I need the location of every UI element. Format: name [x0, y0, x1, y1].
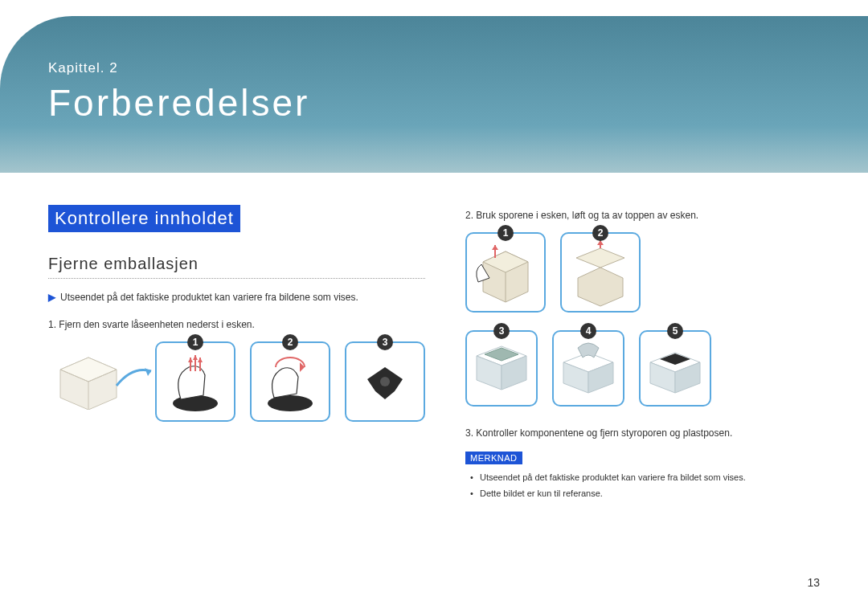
lift-lid-icon: [562, 234, 639, 311]
note-text: Utseendet på det faktiske produktet kan …: [60, 292, 358, 303]
svg-point-12: [380, 377, 390, 386]
svg-marker-9: [198, 358, 203, 362]
box-illustration: [48, 341, 141, 418]
step-1-frame-2: 2: [250, 341, 330, 422]
step-2-frame-2: 2: [560, 232, 641, 313]
hand-lock-icon: [157, 343, 234, 420]
sub-heading: Fjerne emballasjen: [48, 255, 425, 273]
step-1-frame-1: 1: [155, 341, 235, 422]
hand-rotate-icon: [252, 343, 329, 420]
badge-r3: 3: [493, 323, 510, 339]
unwrap-icon: [554, 332, 623, 405]
step-1-frame-3: 3: [345, 341, 425, 422]
merknad-item: Utseendet på det faktiske produktet kan …: [480, 472, 820, 482]
right-column: 2. Bruk sporene i esken, løft og ta av t…: [465, 205, 820, 505]
step-1-figures: 1 2: [48, 341, 425, 422]
badge-1: 1: [187, 334, 203, 350]
svg-marker-19: [576, 248, 624, 268]
badge-r2: 2: [592, 225, 608, 241]
monitor-in-foam-icon: [641, 332, 710, 405]
step-2-figures-row1: 1 2: [465, 232, 820, 313]
badge-3: 3: [377, 334, 393, 350]
step-2-figures-row2: 3 4 5: [465, 330, 820, 407]
chapter-banner: Kapittel. 2 Forberedelser: [0, 16, 868, 173]
badge-r5: 5: [667, 323, 683, 339]
open-box-icon: [467, 234, 544, 311]
step-2-frame-4: 4: [552, 330, 624, 407]
left-column: Kontrollere innholdet Fjerne emballasjen…: [48, 205, 425, 505]
product-note: ▶ Utseendet på det faktiske produktet ka…: [48, 292, 425, 303]
step-1-text: 1. Fjern den svarte låseenheten nederst …: [48, 319, 425, 330]
svg-marker-8: [193, 355, 198, 360]
note-marker-icon: ▶: [48, 292, 55, 303]
chapter-label: Kapittel. 2: [48, 60, 868, 76]
svg-marker-18: [578, 268, 623, 306]
merknad-item: Dette bildet er kun til referanse.: [480, 488, 820, 498]
badge-r1: 1: [497, 225, 514, 241]
foam-top-icon: [467, 332, 536, 405]
step-2-frame-3: 3: [465, 330, 538, 407]
badge-r4: 4: [580, 323, 596, 339]
svg-marker-17: [492, 245, 498, 250]
svg-point-6: [173, 395, 218, 411]
step-2-frame-5: 5: [639, 330, 711, 407]
svg-marker-7: [188, 358, 193, 362]
content-area: Kontrollere innholdet Fjerne emballasjen…: [48, 205, 820, 505]
step-2-frame-1: 1: [465, 232, 546, 313]
lock-piece-icon: [346, 343, 424, 420]
merknad-label: MERKNAD: [465, 452, 522, 464]
divider: [48, 278, 425, 279]
merknad-list: Utseendet på det faktiske produktet kan …: [465, 472, 820, 498]
arrow-icon: [113, 362, 157, 394]
step-3-text: 3. Kontroller komponentene og fjern styr…: [465, 427, 820, 439]
section-heading: Kontrollere innholdet: [48, 205, 240, 232]
chapter-title: Forberedelser: [48, 81, 868, 125]
page-number: 13: [807, 576, 820, 589]
step-2-text: 2. Bruk sporene i esken, løft og ta av t…: [465, 210, 820, 221]
badge-2: 2: [282, 334, 298, 350]
